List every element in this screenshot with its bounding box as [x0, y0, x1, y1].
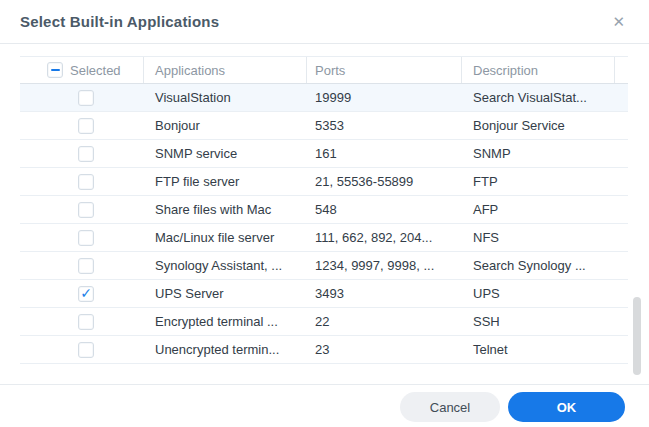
- table-row[interactable]: Share files with Mac 548 AFP: [20, 196, 628, 224]
- description-cell: Telnet: [462, 336, 615, 363]
- application-cell: Encrypted terminal ...: [144, 308, 307, 335]
- description-cell: SNMP: [462, 140, 615, 167]
- dialog-title: Select Built-in Applications: [20, 13, 219, 30]
- table-row[interactable]: Bonjour 5353 Bonjour Service: [20, 112, 628, 140]
- row-select-cell: [20, 196, 144, 223]
- table-row[interactable]: Unencrypted termin... 23 Telnet: [20, 336, 628, 364]
- description-cell: Search VisualStat...: [462, 84, 615, 111]
- ports-cell: 161: [307, 140, 462, 167]
- row-checkbox[interactable]: [78, 314, 94, 330]
- table-header-row: Selected Applications Ports Description: [20, 56, 628, 84]
- row-select-cell: [20, 336, 144, 363]
- column-header-applications[interactable]: Applications: [144, 57, 307, 83]
- row-checkbox[interactable]: [78, 258, 94, 274]
- description-cell: AFP: [462, 196, 615, 223]
- ports-cell: 548: [307, 196, 462, 223]
- application-cell: Share files with Mac: [144, 196, 307, 223]
- select-all-checkbox[interactable]: [47, 62, 63, 78]
- table-row[interactable]: FTP file server 21, 55536-55899 FTP: [20, 168, 628, 196]
- cancel-button[interactable]: Cancel: [400, 392, 500, 422]
- dialog-footer: Cancel OK: [0, 384, 649, 427]
- table-row[interactable]: Mac/Linux file server 111, 662, 892, 204…: [20, 224, 628, 252]
- ports-cell: 5353: [307, 112, 462, 139]
- description-cell: NFS: [462, 224, 615, 251]
- select-builtin-applications-dialog: Select Built-in Applications ✕ Selected …: [0, 0, 649, 427]
- application-cell: UPS Server: [144, 280, 307, 307]
- column-header-description[interactable]: Description: [462, 57, 615, 83]
- application-cell: SNMP service: [144, 140, 307, 167]
- ports-cell: 22: [307, 308, 462, 335]
- table-body: VisualStation 19999 Search VisualStat...…: [20, 84, 628, 364]
- column-header-filler: [615, 57, 628, 83]
- ok-button[interactable]: OK: [508, 392, 625, 422]
- description-cell: Search Synology ...: [462, 252, 615, 279]
- vertical-scrollbar-thumb[interactable]: [633, 297, 641, 375]
- column-header-ports[interactable]: Ports: [307, 57, 462, 83]
- row-checkbox[interactable]: [78, 90, 94, 106]
- ports-cell: 1234, 9997, 9998, ...: [307, 252, 462, 279]
- application-cell: VisualStation: [144, 84, 307, 111]
- row-select-cell: [20, 308, 144, 335]
- row-select-cell: [20, 252, 144, 279]
- ports-cell: 111, 662, 892, 204...: [307, 224, 462, 251]
- row-checkbox[interactable]: [78, 118, 94, 134]
- column-header-selected-label: Selected: [70, 63, 121, 78]
- table-row[interactable]: Encrypted terminal ... 22 SSH: [20, 308, 628, 336]
- ports-cell: 19999: [307, 84, 462, 111]
- row-select-cell: [20, 140, 144, 167]
- description-cell: Bonjour Service: [462, 112, 615, 139]
- table-row[interactable]: SNMP service 161 SNMP: [20, 140, 628, 168]
- row-checkbox[interactable]: [78, 230, 94, 246]
- row-select-cell: [20, 224, 144, 251]
- close-icon[interactable]: ✕: [608, 12, 629, 31]
- row-checkbox[interactable]: [78, 286, 94, 302]
- row-select-cell: [20, 280, 144, 307]
- description-cell: SSH: [462, 308, 615, 335]
- ports-cell: 21, 55536-55899: [307, 168, 462, 195]
- application-cell: Mac/Linux file server: [144, 224, 307, 251]
- description-cell: FTP: [462, 168, 615, 195]
- table-row[interactable]: Synology Assistant, ... 1234, 9997, 9998…: [20, 252, 628, 280]
- row-select-cell: [20, 112, 144, 139]
- row-checkbox[interactable]: [78, 146, 94, 162]
- row-checkbox[interactable]: [78, 342, 94, 358]
- application-cell: Unencrypted termin...: [144, 336, 307, 363]
- application-cell: Synology Assistant, ...: [144, 252, 307, 279]
- table-row[interactable]: UPS Server 3493 UPS: [20, 280, 628, 308]
- column-header-selected: Selected: [20, 57, 144, 83]
- applications-table: Selected Applications Ports Description …: [20, 56, 628, 364]
- table-row[interactable]: VisualStation 19999 Search VisualStat...: [20, 84, 628, 112]
- row-checkbox[interactable]: [78, 202, 94, 218]
- ports-cell: 3493: [307, 280, 462, 307]
- row-select-cell: [20, 84, 144, 111]
- description-cell: UPS: [462, 280, 615, 307]
- dialog-titlebar: Select Built-in Applications ✕: [0, 0, 649, 44]
- application-cell: FTP file server: [144, 168, 307, 195]
- row-checkbox[interactable]: [78, 174, 94, 190]
- ports-cell: 23: [307, 336, 462, 363]
- row-select-cell: [20, 168, 144, 195]
- application-cell: Bonjour: [144, 112, 307, 139]
